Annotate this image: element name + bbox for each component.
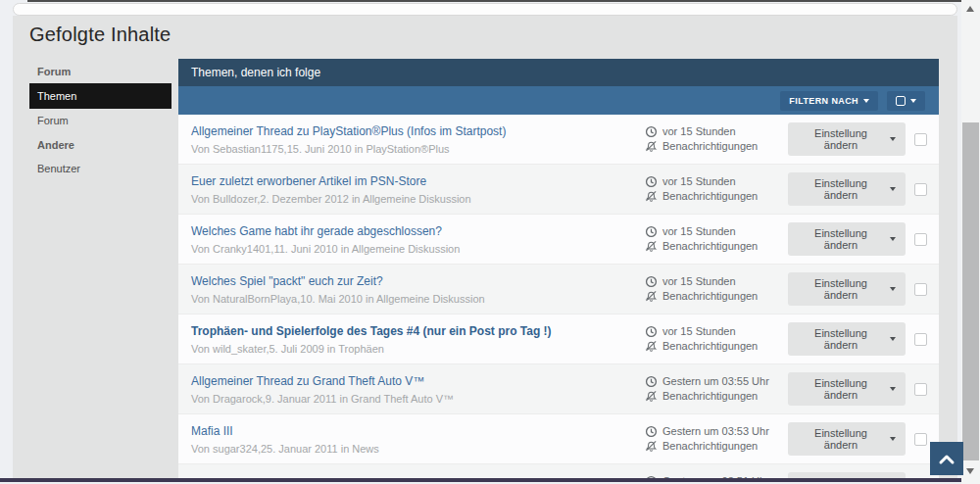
topic-list: Allgemeiner Thread zu PlayStation®Plus (…: [178, 115, 939, 479]
change-setting-button[interactable]: Einstellung ändern: [788, 422, 906, 456]
panel-toolbar: FILTERN NACH: [178, 86, 939, 115]
topic-notifications: Benachrichtigungen: [662, 439, 758, 454]
topic-last-activity: vor 15 Stunden: [662, 174, 736, 189]
scrollbar-thumb[interactable]: [962, 122, 979, 460]
topic-link[interactable]: Mafia III: [191, 424, 637, 438]
caret-down-icon: [890, 237, 896, 241]
horizontal-scrollbar[interactable]: [13, 3, 957, 16]
topic-byline: Von sugar324,25. Januar 2011 in News: [191, 443, 637, 455]
change-setting-button[interactable]: Einstellung ändern: [788, 272, 906, 306]
caret-down-icon: [910, 99, 916, 103]
clock-icon: [645, 375, 658, 388]
topic-byline: Von Sebastian1175,15. Juni 2010 in PlayS…: [191, 143, 637, 155]
clock-icon: [645, 175, 658, 188]
scroll-to-top-button[interactable]: [930, 442, 963, 475]
caret-down-icon: [890, 287, 896, 291]
row-checkbox[interactable]: [914, 133, 927, 146]
bell-muted-icon: [645, 340, 658, 353]
scrollbar-up-arrow-icon[interactable]: [966, 6, 974, 12]
topic-link[interactable]: Welches Game habt ihr gerade abgeschloss…: [191, 224, 637, 238]
topic-link[interactable]: Euer zuletzt erworbener Artikel im PSN-S…: [191, 174, 637, 188]
clock-icon: [645, 425, 658, 438]
table-row: Welches Spiel "packt" euch zur Zeit? Von…: [178, 265, 939, 315]
window-top-edge: [27, 0, 980, 2]
caret-down-icon: [863, 99, 869, 103]
caret-down-icon: [890, 187, 896, 191]
panel-header: Themen, denen ich folge: [178, 59, 939, 86]
topic-byline: Von Cranky1401,11. Juni 2010 in Allgemei…: [191, 243, 637, 255]
followed-topics-panel: Themen, denen ich folge FILTERN NACH All…: [178, 59, 939, 479]
vertical-scrollbar[interactable]: [961, 0, 980, 484]
row-checkbox[interactable]: [914, 183, 927, 196]
clock-icon: [645, 225, 658, 238]
scrollbar-down-arrow-icon[interactable]: [966, 468, 974, 474]
change-setting-button[interactable]: Einstellung ändern: [788, 372, 906, 406]
topic-notifications: Benachrichtigungen: [662, 139, 758, 154]
caret-down-icon: [890, 137, 896, 141]
change-setting-button[interactable]: Einstellung ändern: [788, 222, 906, 256]
topic-byline: Von Bulldozer,2. Dezember 2012 in Allgem…: [191, 193, 637, 205]
row-checkbox[interactable]: [914, 383, 927, 396]
window-bottom-edge: [0, 478, 980, 482]
row-checkbox[interactable]: [914, 433, 927, 446]
select-all-dropdown-button[interactable]: [887, 91, 925, 111]
chevron-up-icon: [938, 453, 956, 465]
topic-link[interactable]: Allgemeiner Thread zu PlayStation®Plus (…: [191, 124, 637, 138]
change-setting-button[interactable]: Einstellung ändern: [788, 122, 906, 156]
topic-notifications: Benachrichtigungen: [662, 339, 758, 354]
topic-notifications: Benachrichtigungen: [662, 389, 758, 404]
table-row: Welches Game habt ihr gerade abgeschloss…: [178, 215, 939, 265]
filter-by-button[interactable]: FILTERN NACH: [780, 91, 878, 111]
sidebar-section-andere: Andere: [29, 132, 172, 157]
bell-muted-icon: [645, 140, 658, 153]
table-row: Allgemeiner Thread zu Grand Theft Auto V…: [178, 364, 939, 414]
topic-byline: Von NaturalBornPlaya,10. Mai 2010 in All…: [191, 293, 637, 305]
bell-muted-icon: [645, 290, 658, 303]
bell-muted-icon: [645, 440, 658, 453]
topic-last-activity: vor 15 Stunden: [662, 324, 736, 339]
topic-last-activity: vor 15 Stunden: [662, 274, 736, 289]
page-container: Gefolgte Inhalte Forum Themen Forum Ande…: [13, 16, 957, 479]
row-checkbox[interactable]: [914, 233, 927, 246]
topic-link[interactable]: Trophäen- und Spielerfolge des Tages #4 …: [191, 324, 637, 338]
topic-link[interactable]: Welches Spiel "packt" euch zur Zeit?: [191, 274, 637, 288]
caret-down-icon: [890, 437, 896, 441]
topic-notifications: Benachrichtigungen: [662, 239, 758, 254]
topic-last-activity: Gestern um 03:53 Uhr: [662, 424, 769, 439]
sidebar-item-forum[interactable]: Forum: [29, 109, 172, 132]
bell-muted-icon: [645, 190, 658, 203]
topic-byline: Von Dragarock,9. Januar 2011 in Grand Th…: [191, 393, 637, 405]
bell-muted-icon: [645, 390, 658, 403]
table-row: Euer zuletzt erworbener Artikel im PSN-S…: [178, 165, 939, 215]
row-checkbox[interactable]: [914, 283, 927, 296]
topic-notifications: Benachrichtigungen: [662, 189, 758, 204]
sidebar-item-themen[interactable]: Themen: [29, 83, 172, 109]
checkbox-icon: [896, 96, 906, 106]
table-row: Allgemeiner Thread zu PlayStation®Plus (…: [178, 115, 939, 165]
topic-last-activity: Gestern um 03:55 Uhr: [662, 374, 769, 389]
bell-muted-icon: [645, 240, 658, 253]
sidebar-item-benutzer[interactable]: Benutzer: [29, 157, 172, 180]
table-row: Mafia III Von sugar324,25. Januar 2011 i…: [178, 414, 939, 464]
clock-icon: [645, 275, 658, 288]
sidebar-section-forum: Forum: [29, 59, 172, 83]
sidebar: Forum Themen Forum Andere Benutzer: [29, 59, 172, 180]
table-row: Trophäen- und Spielerfolge des Tages #4 …: [178, 315, 939, 364]
clock-icon: [645, 125, 658, 138]
page-title: Gefolgte Inhalte: [29, 24, 171, 46]
change-setting-button[interactable]: Einstellung ändern: [788, 172, 906, 206]
filter-by-label: FILTERN NACH: [789, 96, 858, 106]
caret-down-icon: [890, 387, 896, 391]
topic-notifications: Benachrichtigungen: [662, 289, 758, 304]
row-checkbox[interactable]: [914, 333, 927, 346]
clock-icon: [645, 325, 658, 338]
topic-link[interactable]: Allgemeiner Thread zu Grand Theft Auto V…: [191, 374, 637, 388]
change-setting-button[interactable]: Einstellung ändern: [788, 322, 906, 356]
caret-down-icon: [890, 337, 896, 341]
topic-last-activity: vor 15 Stunden: [662, 124, 736, 139]
topic-last-activity: vor 15 Stunden: [662, 224, 736, 239]
topic-byline: Von wild_skater,5. Juli 2009 in Trophäen: [191, 343, 637, 355]
table-row: Red Dead Redemption Fortsetzung Gestern …: [178, 464, 939, 479]
